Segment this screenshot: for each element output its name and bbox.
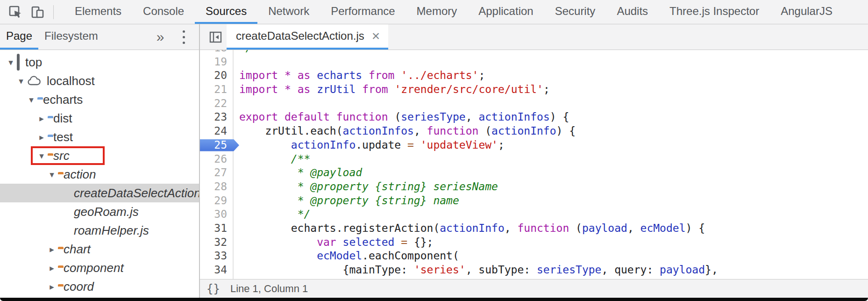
code-line-18: 18*/: [200, 50, 868, 55]
tree-item-top[interactable]: ▾top: [0, 53, 199, 72]
line-number[interactable]: 26: [200, 152, 234, 166]
code-line-23: 23export default function (seriesType, a…: [200, 110, 868, 124]
tree-item-src[interactable]: ▾src: [0, 146, 199, 165]
tree-item-roamhelper-js[interactable]: roamHelper.js: [0, 221, 199, 240]
tree-item-dist[interactable]: ▸dist: [0, 109, 199, 128]
panel-tab-audits[interactable]: Audits: [606, 0, 659, 24]
panel-tab-three-js-inspector[interactable]: Three.js Inspector: [659, 0, 770, 24]
overflow-menu-icon[interactable]: [183, 24, 185, 50]
code-text[interactable]: * @property {string} name: [234, 194, 459, 208]
sidebar-tab-strip: PageFilesystem »: [0, 24, 200, 50]
chevron-expanded-icon[interactable]: ▾: [15, 76, 27, 86]
panel-tab-memory[interactable]: Memory: [406, 0, 468, 24]
line-number[interactable]: 29: [200, 194, 234, 208]
line-number[interactable]: 21: [200, 83, 234, 97]
code-line-25: 25 actionInfo.update = 'updateView';: [200, 138, 868, 152]
code-text[interactable]: function (seriesModel) {: [234, 277, 498, 279]
line-number[interactable]: 22: [200, 97, 234, 111]
sidebar-tab-filesystem[interactable]: Filesystem: [38, 24, 104, 50]
tree-item-georoam-js[interactable]: geoRoam.js: [0, 202, 199, 221]
line-number[interactable]: 23: [200, 110, 234, 124]
chevron-expanded-icon[interactable]: ▾: [46, 169, 58, 180]
chevron-expanded-icon[interactable]: ▾: [36, 150, 48, 161]
panel-tab-console[interactable]: Console: [132, 0, 195, 24]
code-text[interactable]: export default function (seriesType, act…: [234, 110, 569, 124]
line-number[interactable]: 18: [200, 50, 234, 55]
line-number[interactable]: 20: [200, 69, 234, 83]
pretty-print-icon[interactable]: {}: [206, 282, 220, 295]
chevron-collapsed-icon[interactable]: ▸: [46, 244, 58, 255]
code-text[interactable]: import * as echarts from '../echarts';: [234, 69, 485, 83]
code-line-30: 30 */: [200, 208, 868, 222]
tree-item-label: createDataSelectAction.js: [74, 186, 200, 201]
toolbar-icons: [0, 0, 54, 24]
window-bottom-edge: [0, 298, 868, 301]
code-line-29: 29 * @property {string} name: [200, 194, 868, 208]
tree-item-chart[interactable]: ▸chart: [0, 240, 199, 258]
panel-tab-sources[interactable]: Sources: [195, 0, 257, 24]
sidebar-tab-page[interactable]: Page: [0, 24, 38, 50]
code-text[interactable]: * @payload: [234, 166, 362, 180]
code-text[interactable]: import * as zrUtil from 'zrender/src/cor…: [234, 83, 550, 97]
code-text[interactable]: /**: [234, 152, 310, 166]
tree-item-echarts[interactable]: ▾echarts: [0, 90, 199, 109]
code-text[interactable]: {mainType: 'series', subType: seriesType…: [234, 263, 718, 277]
breakpoint-line-number[interactable]: 25: [200, 138, 234, 152]
code-text[interactable]: * @property {string} seriesName: [234, 180, 498, 194]
line-number[interactable]: 35: [200, 277, 234, 279]
file-tab-createDataSelectAction[interactable]: createDataSelectAction.js ×: [227, 24, 388, 50]
code-line-32: 32 var selected = {};: [200, 236, 868, 250]
line-number[interactable]: 30: [200, 208, 234, 222]
toggle-navigator-icon[interactable]: [209, 31, 222, 43]
tree-item-createdataselectaction-js[interactable]: createDataSelectAction.js: [0, 184, 199, 202]
line-number[interactable]: 27: [200, 166, 234, 180]
panel-tab-elements[interactable]: Elements: [64, 0, 132, 24]
code-text[interactable]: [234, 55, 239, 69]
code-text[interactable]: var selected = {};: [234, 236, 433, 250]
chevron-collapsed-icon[interactable]: ▸: [36, 113, 48, 124]
code-line-24: 24 zrUtil.each(actionInfos, function (ac…: [200, 124, 868, 138]
line-number[interactable]: 32: [200, 236, 234, 250]
line-number[interactable]: 34: [200, 263, 234, 277]
chevron-expanded-icon[interactable]: ▾: [25, 94, 37, 105]
tree-item-localhost[interactable]: ▾localhost: [0, 72, 199, 90]
code-scroll-area[interactable]: 18*/1920import * as echarts from '../ech…: [200, 50, 868, 279]
tree-item-label: coord: [64, 280, 94, 294]
inspect-element-icon[interactable]: [8, 5, 22, 19]
line-number[interactable]: 19: [200, 55, 234, 69]
devtools-main-toolbar: ElementsConsoleSourcesNetworkPerformance…: [0, 0, 868, 24]
panel-tab-angularjs[interactable]: AngularJS: [770, 0, 843, 24]
panel-tab-network[interactable]: Network: [257, 0, 320, 24]
code-text[interactable]: zrUtil.each(actionInfos, function (actio…: [234, 124, 576, 138]
chevron-expanded-icon[interactable]: ▾: [5, 57, 17, 68]
chevron-collapsed-icon[interactable]: ▸: [36, 132, 48, 143]
code-line-35: 35 function (seriesModel) {: [200, 277, 868, 279]
code-text[interactable]: */: [234, 208, 310, 222]
tree-item-component[interactable]: ▸component: [0, 258, 199, 277]
code-text[interactable]: */: [234, 50, 252, 55]
close-tab-icon[interactable]: ×: [372, 29, 380, 43]
tree-item-test[interactable]: ▸test: [0, 128, 199, 146]
tree-item-label: chart: [64, 242, 91, 257]
code-text[interactable]: [234, 97, 239, 111]
panel-tab-security[interactable]: Security: [544, 0, 606, 24]
panel-tabs: ElementsConsoleSourcesNetworkPerformance…: [64, 0, 843, 24]
code-line-26: 26 /**: [200, 152, 868, 166]
file-tab-label: createDataSelectAction.js: [236, 29, 364, 43]
line-number[interactable]: 33: [200, 249, 234, 263]
line-number[interactable]: 28: [200, 180, 234, 194]
tree-item-coord[interactable]: ▸coord: [0, 277, 199, 296]
chevron-collapsed-icon[interactable]: ▸: [46, 281, 58, 292]
line-number[interactable]: 24: [200, 124, 234, 138]
source-editor: 18*/1920import * as echarts from '../ech…: [200, 50, 868, 298]
device-toolbar-icon[interactable]: [31, 5, 45, 19]
tree-item-action[interactable]: ▾action: [0, 165, 199, 184]
more-tabs-chevron-icon[interactable]: »: [157, 24, 164, 50]
code-text[interactable]: echarts.registerAction(actionInfo, funct…: [234, 222, 705, 236]
code-text[interactable]: actionInfo.update = 'updateView';: [234, 138, 505, 152]
code-text[interactable]: ecModel.eachComponent(: [234, 249, 459, 263]
line-number[interactable]: 31: [200, 222, 234, 236]
panel-tab-application[interactable]: Application: [468, 0, 544, 24]
chevron-collapsed-icon[interactable]: ▸: [46, 263, 58, 273]
panel-tab-performance[interactable]: Performance: [320, 0, 406, 24]
